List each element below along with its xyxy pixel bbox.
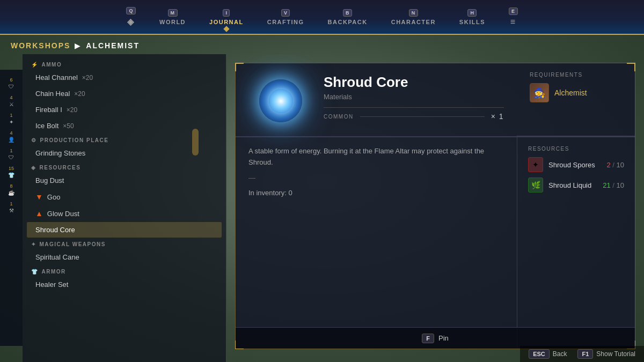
nav-key-e: E xyxy=(509,8,518,15)
nav-active-indicator xyxy=(223,26,229,32)
top-navigation: Q ◈ M WORLD I JOURNAL V CRAFTING B BACKP… xyxy=(0,0,644,35)
detail-main: A stable form of energy. Burning it at t… xyxy=(236,137,635,349)
sidebar-icon-7[interactable]: 8 ☕ xyxy=(7,182,16,197)
glow-dust-arrow-icon: ▲ xyxy=(35,209,43,218)
category-magical-weapons: ✦ MAGICAL WEAPONS xyxy=(23,238,226,249)
item-icon-inner xyxy=(269,89,293,113)
nav-label-crafting: CRAFTING xyxy=(267,19,304,25)
item-name-grinding-stones: Grinding Stones xyxy=(35,149,85,157)
item-icon-glow xyxy=(259,79,302,122)
resources-panel: RESOURCES ✦ Shroud Spores 2 / 10 🌿 xyxy=(517,137,635,349)
item-name-healer-set: Healer Set xyxy=(35,280,68,289)
pin-bar: F Pin xyxy=(236,327,635,349)
list-item-bug-dust[interactable]: Bug Dust xyxy=(27,173,222,188)
magical-weapons-icon: ✦ xyxy=(31,241,36,247)
rarity-line xyxy=(360,116,485,117)
item-name-shroud-core: Shroud Core xyxy=(35,226,75,234)
tutorial-label: Show Tutorial xyxy=(596,350,635,358)
list-item-chain-heal[interactable]: Chain Heal ×20 xyxy=(27,86,222,101)
sidebar-icon-8[interactable]: 1 ⚒ xyxy=(8,200,15,215)
scroll-handle[interactable] xyxy=(192,129,199,156)
nav-key-q: Q xyxy=(126,7,136,14)
item-name-fireball: Fireball I xyxy=(35,106,62,114)
sidebar-icon-6[interactable]: 15 👕 xyxy=(7,165,16,179)
sidebar-icons: 6 🛡 4 ⚔ 1 ✦ 4 👤 1 🛡 15 👕 xyxy=(0,70,23,346)
corner-decoration-tl xyxy=(235,63,244,71)
list-item-heal-channel[interactable]: Heal Channel ×20 xyxy=(27,70,222,85)
nav-item-journal[interactable]: I JOURNAL xyxy=(197,5,255,29)
production-icon: ⚙ xyxy=(31,137,37,143)
pin-button[interactable]: F Pin xyxy=(422,334,449,343)
nav-key-backpack: B xyxy=(343,9,352,17)
list-item-fireball[interactable]: Fireball I ×20 xyxy=(27,102,222,117)
category-ammo: ⚡ AMMO xyxy=(23,58,226,69)
list-item-healer-set[interactable]: Healer Set xyxy=(27,277,222,292)
nav-item-crafting[interactable]: V CRAFTING xyxy=(255,5,316,29)
spores-have: 2 xyxy=(606,161,610,169)
goo-arrow-icon: ▼ xyxy=(35,193,43,201)
resources-label: RESOURCES xyxy=(40,165,81,171)
nav-item-character[interactable]: N CHARACTER xyxy=(379,5,448,29)
item-name-ice-bolt: Ice Bolt xyxy=(35,122,58,130)
breadcrumb-sub: ALCHEMIST xyxy=(86,41,140,50)
item-icon-area xyxy=(248,74,313,128)
breadcrumb-sep: ▶ xyxy=(75,41,82,50)
pin-label: Pin xyxy=(438,334,449,342)
resources-icon: ◈ xyxy=(31,165,36,171)
footer: ESC Back F1 Show Tutorial xyxy=(520,346,644,362)
breadcrumb: WORKSHOPS ▶ ALCHEMIST xyxy=(0,35,644,54)
category-resources: ◈ RESOURCES xyxy=(23,161,226,172)
footer-tutorial[interactable]: F1 Show Tutorial xyxy=(577,349,635,359)
list-item-glow-dust[interactable]: ▲ Glow Dust xyxy=(27,205,222,221)
detail-top-wrapper: Shroud Core Materials COMMON × 1 REQUIRE… xyxy=(236,63,635,137)
list-item-spiritual-cane[interactable]: Spiritual Cane xyxy=(27,249,222,265)
list-item-goo[interactable]: ▼ Goo xyxy=(27,189,222,205)
nav-item-q[interactable]: Q ◈ xyxy=(114,3,148,31)
corner-decoration-tr xyxy=(627,63,635,71)
nav-item-skills[interactable]: H SKILLS xyxy=(448,5,497,29)
resource-item-liquid: 🌿 Shroud Liquid 21 / 10 xyxy=(528,178,624,193)
nav-label-skills: SKILLS xyxy=(459,19,485,25)
sidebar-icon-5[interactable]: 1 🛡 xyxy=(8,147,15,161)
item-rarity-display: COMMON × 1 xyxy=(324,107,504,121)
resources-title: RESOURCES xyxy=(528,146,624,152)
magical-weapons-label: MAGICAL WEAPONS xyxy=(40,241,106,247)
inventory-count: In inventory: 0 xyxy=(248,188,504,199)
detail-box: Shroud Core Materials COMMON × 1 REQUIRE… xyxy=(235,63,635,349)
sidebar-icon-1[interactable]: 6 🛡 xyxy=(8,76,15,91)
item-name-chain-heal: Chain Heal xyxy=(35,90,70,98)
requirements-title: REQUIREMENTS xyxy=(530,72,622,78)
rarity-label: COMMON xyxy=(324,114,354,120)
nav-item-backpack[interactable]: B BACKPACK xyxy=(316,5,379,29)
back-label: Back xyxy=(553,350,567,358)
nav-key-character: N xyxy=(409,9,418,17)
ammo-icon: ⚡ xyxy=(31,62,39,68)
nav-label-character: CHARACTER xyxy=(391,19,436,25)
craft-count: × 1 xyxy=(491,112,504,121)
item-description: A stable form of energy. Burning it at t… xyxy=(236,137,517,349)
nav-item-world[interactable]: M WORLD xyxy=(148,5,197,29)
footer-back[interactable]: ESC Back xyxy=(529,349,567,359)
right-panel: Shroud Core Materials COMMON × 1 REQUIRE… xyxy=(226,54,644,362)
nav-item-e[interactable]: E ≡ xyxy=(497,3,530,31)
list-item-shroud-core[interactable]: Shroud Core xyxy=(27,222,222,238)
item-info: Shroud Core Materials COMMON × 1 xyxy=(324,74,504,128)
requirements-panel: REQUIREMENTS 🧙 Alchemist xyxy=(517,63,635,136)
liquid-icon: 🌿 xyxy=(528,178,543,193)
alchemist-avatar: 🧙 xyxy=(530,83,549,102)
sidebar-icon-3[interactable]: 1 ✦ xyxy=(8,112,14,126)
pin-key: F xyxy=(422,334,434,343)
item-name-display: Shroud Core xyxy=(324,74,504,91)
nav-label-backpack: BACKPACK xyxy=(328,19,368,25)
item-badge-chain-heal: ×20 xyxy=(74,90,85,98)
breadcrumb-main: WORKSHOPS xyxy=(11,41,70,50)
spores-need: 10 xyxy=(617,161,624,169)
sidebar-icon-2[interactable]: 4 ⚔ xyxy=(8,94,15,108)
nav-label-world: WORLD xyxy=(159,19,186,25)
item-type-display: Materials xyxy=(324,93,504,101)
item-name-heal-channel: Heal Channel xyxy=(35,73,78,82)
spores-icon: ✦ xyxy=(528,157,543,172)
requirement-item-alchemist: 🧙 Alchemist xyxy=(530,83,622,102)
sidebar-icon-4[interactable]: 4 👤 xyxy=(7,129,16,144)
armor-icon: 👕 xyxy=(31,269,39,275)
